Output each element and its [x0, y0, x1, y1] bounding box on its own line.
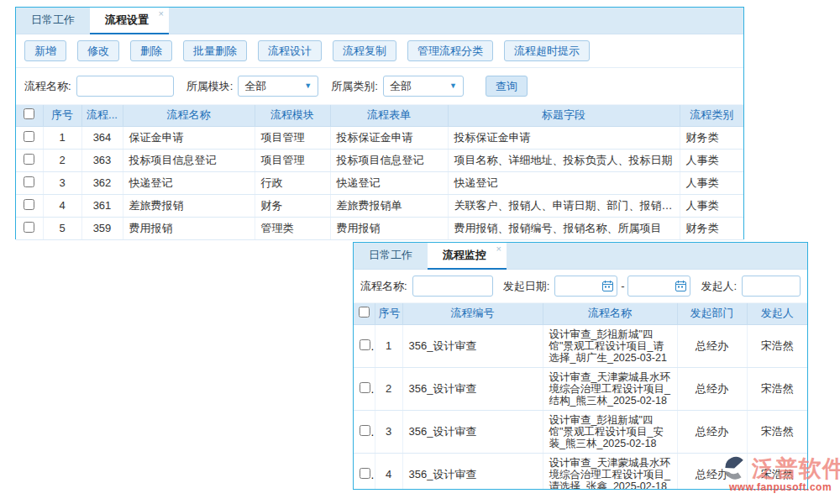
- table-row[interactable]: 5 359 费用报销 管理类 费用报销 费用报销、报销编号、报销名称、所属项目 …: [16, 217, 743, 239]
- col-name: 流程名称: [543, 303, 677, 324]
- col-category: 流程类别: [680, 105, 743, 126]
- calendar-icon: [675, 281, 686, 291]
- table-row[interactable]: 3 362 快递登记 行政 快递登记 快递登记 人事类: [16, 171, 743, 194]
- category-select-value: 全部: [390, 79, 412, 94]
- close-icon[interactable]: ×: [159, 8, 164, 18]
- initiator-input[interactable]: [742, 276, 801, 297]
- module-select[interactable]: 全部 ▼: [238, 76, 318, 97]
- date-to-input[interactable]: [627, 276, 690, 297]
- batch-delete-button[interactable]: 批量删除: [183, 40, 247, 61]
- tab-process-settings[interactable]: 流程设置 ×: [90, 8, 169, 34]
- process-design-button[interactable]: 流程设计: [258, 40, 322, 61]
- chevron-down-icon: ▼: [449, 82, 457, 90]
- manage-category-button[interactable]: 管理流程分类: [407, 40, 493, 61]
- table-row[interactable]: 1 356_设计审查 设计审查_彭祖新城"四馆"景观工程设计项目_请选择_胡广生…: [354, 324, 807, 367]
- tab-process-monitor[interactable]: 流程监控 ×: [428, 243, 507, 270]
- col-code: 流程...: [81, 105, 123, 126]
- col-title: 标题字段: [448, 105, 680, 126]
- col-dept: 发起部门: [677, 303, 747, 324]
- col-no: 序号: [375, 303, 402, 324]
- add-button[interactable]: 新增: [24, 40, 66, 61]
- timeout-alert-button[interactable]: 流程超时提示: [504, 40, 590, 61]
- row-checkbox[interactable]: [24, 154, 34, 165]
- date-from-input[interactable]: [554, 276, 617, 297]
- row-checkbox[interactable]: [24, 176, 34, 187]
- module-label: 所属模块:: [186, 79, 234, 94]
- row-checkbox[interactable]: [24, 131, 34, 142]
- col-name: 流程名称: [123, 105, 255, 126]
- filter-bar: 流程名称: 发起日期: - 发起人:: [354, 270, 807, 303]
- table-header-row: 序号 流程... 流程名称 流程模块 流程表单 标题字段 流程类别: [16, 105, 743, 126]
- calendar-icon: [602, 281, 613, 291]
- col-no: 序号: [43, 105, 81, 126]
- modify-button[interactable]: 修改: [77, 40, 119, 61]
- tab-label: 流程监控: [443, 249, 486, 261]
- tab-daily-work[interactable]: 日常工作: [354, 243, 428, 269]
- row-checkbox[interactable]: [360, 468, 370, 479]
- vendor-watermark: 泛普软件 www.fanpusoft.com: [721, 454, 840, 493]
- table-header-row: 序号 流程编号 流程名称 发起部门 发起人: [354, 303, 807, 324]
- col-form: 流程表单: [330, 105, 448, 126]
- col-code: 流程编号: [402, 303, 543, 324]
- tab-daily-work[interactable]: 日常工作: [16, 8, 90, 34]
- watermark-brand-text: 泛普软件: [752, 454, 840, 484]
- row-checkbox[interactable]: [24, 222, 34, 233]
- tab-label: 流程设置: [105, 13, 149, 26]
- category-select[interactable]: 全部 ▼: [383, 76, 464, 97]
- process-name-input[interactable]: [412, 276, 493, 297]
- select-all-checkbox[interactable]: [24, 108, 34, 119]
- tab-bar: 日常工作 流程监控 ×: [354, 243, 807, 270]
- search-button[interactable]: 查询: [486, 76, 528, 97]
- category-label: 所属类别:: [331, 79, 378, 94]
- start-date-label: 发起日期:: [503, 279, 550, 294]
- table-row[interactable]: 2 356_设计审查 设计审查_天津蒙城县水环境综合治理工程设计项目_结构_熊三…: [354, 367, 807, 410]
- filter-bar: 流程名称: 所属模块: 全部 ▼ 所属类别: 全部 ▼ 查询: [16, 68, 743, 105]
- chevron-down-icon: ▼: [304, 82, 312, 90]
- watermark-url-text: www.fanpusoft.com: [721, 481, 840, 493]
- row-checkbox[interactable]: [360, 339, 370, 350]
- col-module: 流程模块: [255, 105, 330, 126]
- process-copy-button[interactable]: 流程复制: [333, 40, 396, 61]
- table-row[interactable]: 4 361 差旅费报销 财务 差旅费报销单 关联客户、报销人、申请日期、部门、报…: [16, 194, 743, 217]
- row-checkbox[interactable]: [360, 382, 370, 393]
- row-checkbox[interactable]: [24, 199, 34, 210]
- module-select-value: 全部: [244, 79, 266, 94]
- toolbar: 新增 修改 删除 批量删除 流程设计 流程复制 管理流程分类 流程超时提示: [16, 34, 743, 68]
- row-checkbox[interactable]: [360, 425, 370, 436]
- initiator-label: 发起人:: [701, 279, 737, 294]
- col-initiator: 发起人: [747, 303, 807, 324]
- table-row[interactable]: 2 363 投标项目信息登记 项目管理 投标项目信息登记 项目名称、详细地址、投…: [16, 149, 743, 171]
- table-row[interactable]: 3 356_设计审查 设计审查_彭祖新城"四馆"景观工程设计项目_安装_熊三林_…: [354, 410, 807, 453]
- fanpu-logo-icon: [721, 455, 749, 482]
- process-settings-table: 序号 流程... 流程名称 流程模块 流程表单 标题字段 流程类别 1 364 …: [16, 105, 743, 240]
- tab-bar: 日常工作 流程设置 ×: [16, 8, 743, 34]
- date-range-separator: -: [621, 280, 624, 292]
- select-all-checkbox[interactable]: [359, 307, 370, 318]
- delete-button[interactable]: 删除: [130, 40, 172, 61]
- process-name-label: 流程名称:: [360, 279, 407, 294]
- process-name-label: 流程名称:: [24, 79, 71, 94]
- close-icon[interactable]: ×: [496, 244, 501, 254]
- table-row[interactable]: 1 364 保证金申请 项目管理 投标保证金申请 投标保证金申请 财务类: [16, 126, 743, 149]
- process-name-input[interactable]: [76, 76, 174, 97]
- process-settings-panel: 日常工作 流程设置 × 新增 修改 删除 批量删除 流程设计 流程复制 管理流程…: [15, 7, 744, 239]
- process-monitor-panel: 日常工作 流程监控 × 流程名称: 发起日期: -: [353, 242, 808, 490]
